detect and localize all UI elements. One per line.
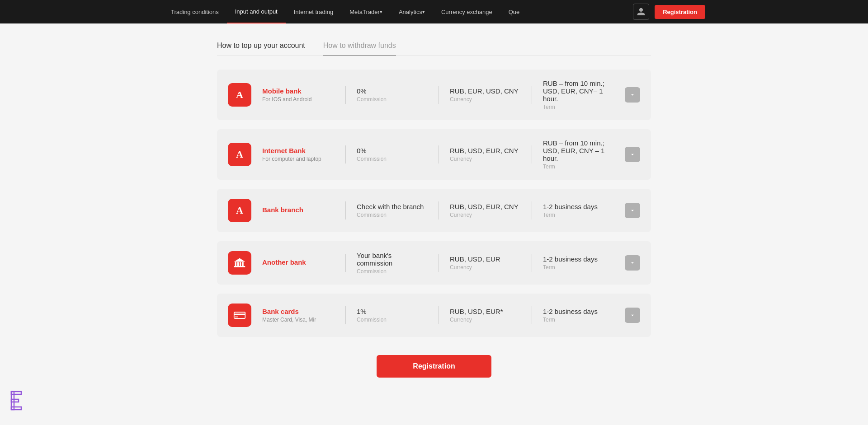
bank-cards-title: Bank cards bbox=[262, 308, 335, 315]
internet-bank-icon: A bbox=[228, 143, 251, 166]
main-content: How to top up your account How to withdr… bbox=[208, 23, 660, 414]
card-bank-branch: A Bank branch Check with the branch Comm… bbox=[217, 189, 651, 232]
card-another-bank: Another bank Your bank's commission Comm… bbox=[217, 241, 651, 285]
svg-rect-8 bbox=[235, 317, 238, 318]
mobile-bank-icon: A bbox=[228, 83, 251, 107]
internet-bank-term-label: Term bbox=[543, 163, 614, 170]
svg-rect-7 bbox=[234, 314, 245, 316]
internet-bank-term-value: RUB – from 10 min.; USD, EUR, CNY – 1 ho… bbox=[543, 139, 614, 162]
bank-cards-commission-label: Commission bbox=[357, 317, 428, 323]
mobile-bank-letter: A bbox=[236, 89, 243, 101]
svg-rect-11 bbox=[11, 399, 19, 402]
bank-branch-icon: A bbox=[228, 199, 251, 222]
nav-link-trading-conditions[interactable]: Trading conditions bbox=[163, 0, 227, 23]
divider-8 bbox=[439, 201, 439, 220]
mobile-bank-title: Mobile bank bbox=[262, 87, 335, 95]
nav-link-analytics[interactable]: Analytics bbox=[391, 0, 433, 23]
divider-3 bbox=[532, 86, 532, 104]
bank-branch-letter: A bbox=[236, 205, 243, 216]
another-bank-commission: Your bank's commission Commission bbox=[357, 252, 428, 275]
another-bank-term-value: 1-2 business days bbox=[543, 255, 614, 263]
svg-rect-3 bbox=[242, 262, 244, 266]
bank-branch-currency-label: Currency bbox=[450, 212, 521, 218]
bank-branch-title: Bank branch bbox=[262, 206, 335, 214]
tabs: How to top up your account How to withdr… bbox=[217, 42, 651, 56]
nav-register-button[interactable]: Registration bbox=[655, 5, 705, 19]
bank-building-icon bbox=[233, 257, 246, 269]
mobile-bank-expand-button[interactable] bbox=[625, 87, 640, 103]
another-bank-currency-value: RUB, USD, EUR bbox=[450, 255, 521, 263]
cards-list: A Mobile bank For IOS and Android 0% Com… bbox=[217, 70, 651, 337]
bank-branch-commission: Check with the branch Commission bbox=[357, 203, 428, 218]
internet-bank-currency-label: Currency bbox=[450, 156, 521, 162]
internet-bank-subtitle: For computer and laptop bbox=[262, 156, 335, 162]
another-bank-commission-value: Your bank's commission bbox=[357, 252, 428, 267]
mobile-bank-currency: RUB, EUR, USD, CNY Currency bbox=[450, 87, 521, 103]
watermark-logo bbox=[9, 387, 36, 416]
nav-link-que[interactable]: Que bbox=[500, 0, 528, 23]
user-icon[interactable] bbox=[633, 4, 649, 20]
divider-15 bbox=[532, 306, 532, 324]
mobile-bank-term-value: RUB – from 10 min.; USD, EUR, CNY– 1 hou… bbox=[543, 79, 614, 103]
bank-cards-expand-button[interactable] bbox=[625, 308, 640, 323]
mobile-bank-commission-label: Commission bbox=[357, 96, 428, 103]
another-bank-commission-label: Commission bbox=[357, 268, 428, 275]
another-bank-title: Another bank bbox=[262, 258, 335, 266]
divider-14 bbox=[439, 306, 439, 324]
bank-cards-term-value: 1-2 business days bbox=[543, 308, 614, 315]
bank-cards-commission: 1% Commission bbox=[357, 308, 428, 323]
another-bank-term-label: Term bbox=[543, 264, 614, 271]
another-bank-currency: RUB, USD, EUR Currency bbox=[450, 255, 521, 271]
mobile-bank-term-label: Term bbox=[543, 104, 614, 110]
another-bank-expand-button[interactable] bbox=[625, 255, 640, 271]
divider-12 bbox=[532, 254, 532, 272]
bank-cards-term-label: Term bbox=[543, 317, 614, 323]
mobile-bank-name-block: Mobile bank For IOS and Android bbox=[262, 87, 335, 103]
nav-link-internet-trading[interactable]: Internet trading bbox=[286, 0, 341, 23]
bank-cards-commission-value: 1% bbox=[357, 308, 428, 315]
tab-withdraw[interactable]: How to withdraw funds bbox=[323, 42, 396, 56]
footer-register-button[interactable]: Registration bbox=[377, 355, 491, 378]
svg-marker-4 bbox=[234, 258, 245, 262]
bank-branch-currency-value: RUB, USD, EUR, CNY bbox=[450, 203, 521, 210]
divider-1 bbox=[345, 86, 346, 104]
bank-cards-subtitle: Master Card, Visa, Mir bbox=[262, 317, 335, 323]
internet-bank-term: RUB – from 10 min.; USD, EUR, CNY – 1 ho… bbox=[543, 139, 614, 170]
mobile-bank-subtitle: For IOS and Android bbox=[262, 96, 335, 103]
bank-cards-icon bbox=[228, 304, 251, 327]
svg-rect-5 bbox=[234, 266, 245, 267]
bank-branch-term-value: 1-2 business days bbox=[543, 203, 614, 210]
internet-bank-expand-button[interactable] bbox=[625, 147, 640, 162]
divider-2 bbox=[439, 86, 439, 104]
bank-branch-expand-button[interactable] bbox=[625, 203, 640, 218]
internet-bank-commission-label: Commission bbox=[357, 156, 428, 162]
svg-rect-0 bbox=[235, 262, 237, 266]
divider-6 bbox=[532, 145, 532, 163]
svg-rect-10 bbox=[11, 392, 21, 394]
internet-bank-letter: A bbox=[236, 149, 243, 160]
svg-rect-2 bbox=[240, 262, 241, 266]
bank-cards-currency: RUB, USD, EUR* Currency bbox=[450, 308, 521, 323]
card-bank-cards: Bank cards Master Card, Visa, Mir 1% Com… bbox=[217, 294, 651, 337]
internet-bank-currency-value: RUB, USD, EUR, CNY bbox=[450, 147, 521, 154]
tab-top-up[interactable]: How to top up your account bbox=[217, 42, 305, 56]
divider-13 bbox=[345, 306, 346, 324]
another-bank-icon bbox=[228, 251, 251, 275]
svg-rect-12 bbox=[11, 407, 21, 410]
bank-branch-commission-value: Check with the branch bbox=[357, 203, 428, 210]
divider-10 bbox=[345, 254, 346, 272]
svg-rect-1 bbox=[237, 262, 239, 266]
credit-card-icon bbox=[233, 310, 246, 320]
bank-branch-term-label: Term bbox=[543, 212, 614, 218]
card-mobile-bank: A Mobile bank For IOS and Android 0% Com… bbox=[217, 70, 651, 120]
nav-links: Trading conditions Input and output Inte… bbox=[163, 0, 528, 23]
internet-bank-commission-value: 0% bbox=[357, 147, 428, 154]
navbar: Trading conditions Input and output Inte… bbox=[0, 0, 868, 23]
divider-11 bbox=[439, 254, 439, 272]
nav-link-metatrader[interactable]: MetaTrader bbox=[341, 0, 391, 23]
nav-link-input-output[interactable]: Input and output bbox=[227, 0, 286, 23]
mobile-bank-currency-label: Currency bbox=[450, 96, 521, 103]
mobile-bank-currency-value: RUB, EUR, USD, CNY bbox=[450, 87, 521, 95]
nav-link-currency-exchange[interactable]: Currency exchange bbox=[433, 0, 500, 23]
divider-7 bbox=[345, 201, 346, 220]
